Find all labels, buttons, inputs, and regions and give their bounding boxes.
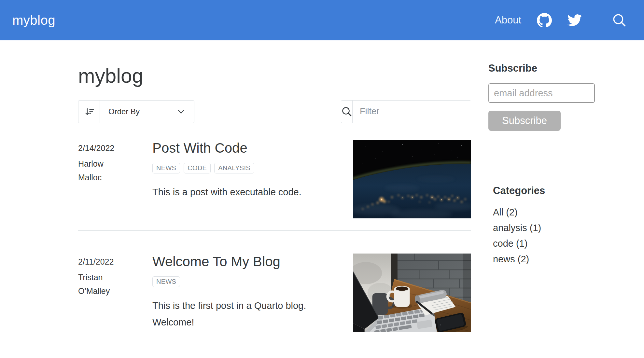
post-title-link[interactable]: Post With Code <box>152 140 344 156</box>
post-date: 2/11/2022 <box>78 255 121 268</box>
categories-section: Categories All (2) analysis (1) code (1)… <box>493 185 612 267</box>
order-by-control[interactable]: Order By <box>78 100 194 123</box>
tag-news[interactable]: NEWS <box>152 276 180 287</box>
navbar-right: About <box>495 13 627 28</box>
navbar-brand[interactable]: myblog <box>12 13 55 28</box>
post-author: Harlow Malloc <box>78 157 121 184</box>
about-link[interactable]: About <box>495 14 521 26</box>
filter-input[interactable] <box>353 101 482 123</box>
categories-heading: Categories <box>493 185 612 197</box>
order-by-label: Order By <box>108 107 140 116</box>
main-content: myblog Order By <box>78 40 471 332</box>
post-meta: 2/11/2022 Tristan O’Malley <box>78 254 152 332</box>
listing-controls: Order By <box>78 100 471 123</box>
categories-list: All (2) analysis (1) code (1) news (2) <box>493 204 612 267</box>
post-divider <box>78 230 471 231</box>
filter-control <box>341 100 471 123</box>
github-icon[interactable] <box>537 13 552 28</box>
filter-search-icon <box>341 101 353 123</box>
post-title-link[interactable]: Welcome To My Blog <box>152 254 344 270</box>
page-title: myblog <box>78 63 471 89</box>
subscribe-heading: Subscribe <box>488 62 612 74</box>
category-analysis[interactable]: analysis (1) <box>493 220 612 236</box>
twitter-icon[interactable] <box>567 13 582 27</box>
navbar: myblog About <box>0 0 644 40</box>
sidebar: Subscribe Subscribe Categories All (2) a… <box>488 40 612 332</box>
tag-code[interactable]: CODE <box>184 163 211 173</box>
category-code[interactable]: code (1) <box>493 236 612 251</box>
sort-icon <box>78 101 100 123</box>
post-date: 2/14/2022 <box>78 141 121 155</box>
post-thumbnail-earth[interactable] <box>353 140 471 218</box>
post-thumbnail-desk[interactable] <box>353 254 471 332</box>
tag-news[interactable]: NEWS <box>152 163 180 173</box>
tag-analysis[interactable]: ANALYSIS <box>214 163 254 173</box>
post-row: 2/11/2022 Tristan O’Malley Welcome To My… <box>78 254 471 332</box>
post-description: This is a post with executable code. <box>152 184 322 200</box>
order-by-select[interactable]: Order By <box>100 101 194 123</box>
post-tags: NEWS <box>152 276 344 287</box>
post-description: This is the first post in a Quarto blog.… <box>152 297 322 331</box>
post-content: Post With Code NEWS CODE ANALYSIS This i… <box>152 140 352 218</box>
category-news[interactable]: news (2) <box>493 251 612 267</box>
search-icon[interactable] <box>612 13 627 28</box>
post-row: 2/14/2022 Harlow Malloc Post With Code N… <box>78 140 471 218</box>
category-all[interactable]: All (2) <box>493 204 612 220</box>
chevron-down-icon <box>176 107 186 116</box>
subscribe-button[interactable]: Subscribe <box>488 111 561 131</box>
email-field[interactable] <box>488 83 595 103</box>
page-body: myblog Order By <box>0 40 644 332</box>
post-tags: NEWS CODE ANALYSIS <box>152 163 344 173</box>
post-author: Tristan O’Malley <box>78 270 121 298</box>
post-content: Welcome To My Blog NEWS This is the firs… <box>152 254 352 332</box>
post-meta: 2/14/2022 Harlow Malloc <box>78 140 152 218</box>
